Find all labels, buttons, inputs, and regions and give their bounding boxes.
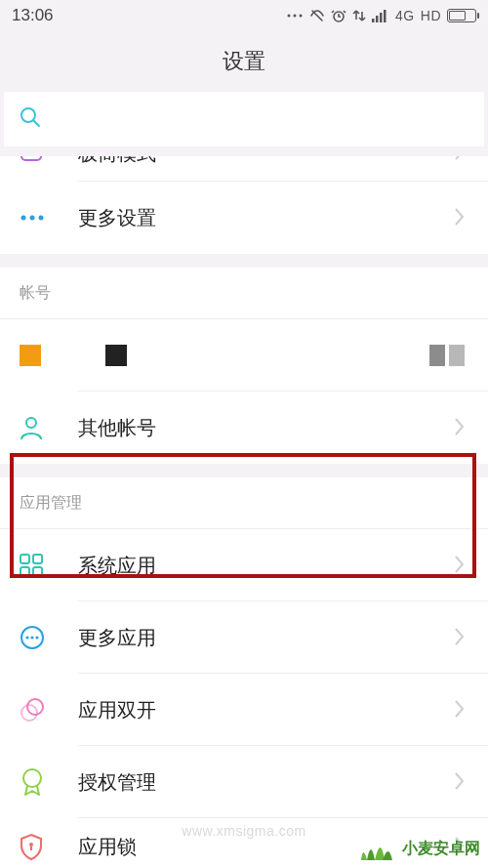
account-provider-icon[interactable]: [449, 345, 465, 366]
chevron-right-icon: [455, 156, 465, 166]
svg-rect-7: [384, 10, 386, 22]
badge-icon: [20, 767, 55, 797]
list-group-accounts: 帐号 其他帐号: [0, 268, 488, 464]
status-right-cluster: 4G HD: [286, 8, 476, 23]
square-icon: [20, 156, 55, 162]
row-other-accounts[interactable]: 其他帐号: [0, 392, 488, 464]
chevron-right-icon: [455, 696, 465, 723]
grass-icon: [357, 835, 396, 862]
svg-point-2: [300, 15, 303, 18]
svg-point-25: [29, 843, 33, 847]
more-circle-icon: [20, 625, 55, 650]
page-title: 设置: [0, 31, 488, 92]
svg-point-24: [23, 769, 41, 787]
account-provider-icon[interactable]: [105, 345, 127, 366]
svg-rect-15: [33, 555, 42, 563]
chevron-right-icon: [455, 552, 465, 579]
row-permission-manager[interactable]: 授权管理: [0, 746, 488, 818]
svg-point-13: [26, 418, 36, 428]
svg-rect-4: [372, 19, 375, 22]
row-dual-apps[interactable]: 应用双开: [0, 674, 488, 746]
dual-circle-icon: [20, 697, 55, 723]
grid-apps-icon: [20, 554, 55, 577]
watermark-brand: 小麦安卓网: [357, 835, 480, 862]
section-header-apps: 应用管理: [0, 477, 488, 528]
svg-point-0: [288, 15, 291, 18]
row-minimal-mode[interactable]: 极简模式: [0, 156, 488, 182]
row-label: 更多应用: [78, 625, 455, 651]
list-group-apps: 应用管理 系统应用 更多应用 应用双开: [0, 477, 488, 868]
row-label: 系统应用: [78, 553, 455, 579]
watermark-url: www.xmsigma.com: [182, 823, 305, 839]
row-label: 极简模式: [78, 156, 455, 167]
svg-point-12: [39, 216, 44, 221]
vibrate-off-icon: [309, 8, 325, 23]
account-provider-icon[interactable]: [20, 345, 41, 366]
svg-rect-14: [20, 555, 29, 563]
svg-rect-6: [380, 13, 383, 22]
list-group-top: 极简模式 更多设置: [0, 156, 488, 254]
chevron-right-icon: [455, 414, 465, 441]
svg-point-10: [21, 216, 26, 221]
row-label: 更多设置: [78, 205, 455, 231]
alarm-icon: [331, 8, 346, 23]
battery-icon: [447, 9, 476, 22]
chevron-right-icon: [455, 204, 465, 231]
row-label: 其他帐号: [78, 415, 455, 441]
data-updown-icon: [352, 8, 366, 23]
more-dots-icon: [20, 212, 55, 224]
watermark-brand-text: 小麦安卓网: [402, 839, 480, 859]
svg-point-20: [30, 636, 33, 639]
signal-icon: [372, 9, 389, 22]
account-provider-icon[interactable]: [429, 345, 445, 366]
svg-rect-17: [33, 567, 42, 576]
chevron-right-icon: [455, 624, 465, 651]
row-account-providers[interactable]: [0, 319, 488, 392]
svg-rect-16: [20, 567, 29, 576]
row-system-apps[interactable]: 系统应用: [0, 529, 488, 601]
svg-rect-9: [21, 156, 41, 160]
search-box[interactable]: [4, 92, 484, 146]
row-more-settings[interactable]: 更多设置: [0, 182, 488, 254]
row-more-apps[interactable]: 更多应用: [0, 601, 488, 674]
chevron-right-icon: [455, 768, 465, 796]
status-time: 13:06: [12, 6, 54, 25]
section-header-accounts: 帐号: [0, 268, 488, 318]
row-label: 授权管理: [78, 769, 455, 796]
svg-rect-5: [376, 16, 379, 22]
search-input[interactable]: [53, 109, 468, 130]
status-bar: 13:06 4G HD: [0, 0, 488, 31]
svg-point-21: [35, 636, 38, 639]
row-label: 应用双开: [78, 697, 455, 723]
svg-point-11: [30, 216, 35, 221]
svg-point-19: [25, 636, 28, 639]
svg-point-1: [294, 15, 297, 18]
search-icon: [20, 106, 41, 132]
person-icon: [20, 415, 55, 440]
hd-label: HD: [421, 8, 441, 23]
network-label: 4G: [395, 8, 415, 23]
search-wrap: [0, 92, 488, 146]
more-dots-icon: [286, 11, 304, 21]
shield-lock-icon: [20, 833, 55, 860]
